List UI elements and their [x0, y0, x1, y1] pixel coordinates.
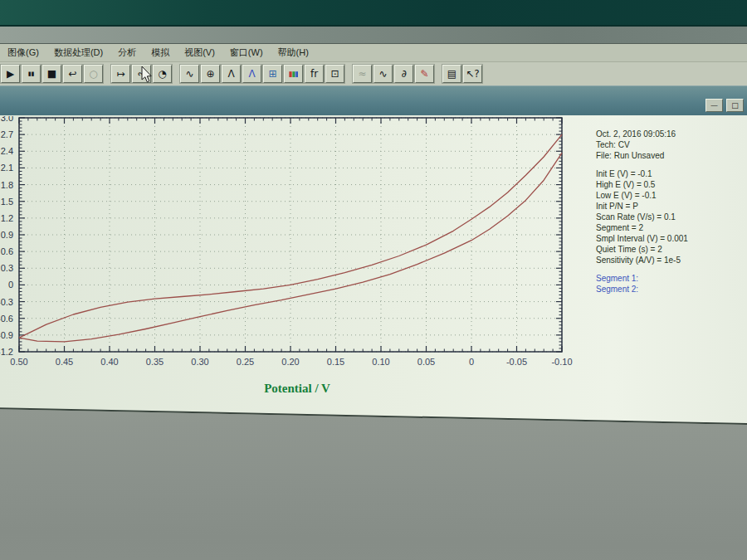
svg-text:1.2: 1.2 — [1, 213, 13, 223]
svg-text:-0.3: -0.3 — [0, 297, 13, 307]
svg-text:-1.2: -1.2 — [0, 347, 13, 357]
param-line: Sensitivity (A/V) = 1e-5 — [596, 255, 747, 265]
menu-graphics[interactable]: 图像(G) — [0, 45, 46, 61]
svg-text:-0.05: -0.05 — [506, 357, 527, 367]
info-line: Tech: CV — [596, 139, 747, 150]
menu-analysis[interactable]: 分析 — [110, 45, 144, 61]
toolbar-separator — [104, 65, 110, 83]
area-below-window — [0, 407, 747, 560]
steady-state-button[interactable]: ↦ — [111, 65, 130, 83]
graph-workspace: 0.500.450.400.350.300.250.200.150.100.05… — [0, 115, 747, 427]
window-frame-band — [0, 27, 747, 44]
param-line: Smpl Interval (V) = 0.001 — [596, 233, 747, 244]
param-line: Quiet Time (s) = 2 — [596, 244, 747, 255]
svg-text:0.20: 0.20 — [281, 357, 299, 367]
run-header: Oct. 2, 2016 09:05:16Tech: CVFile: Run U… — [596, 129, 747, 161]
param-line: Init P/N = P — [596, 201, 747, 212]
segment-results: Segment 1:Segment 2: — [596, 273, 747, 295]
menu-bar: 图像(G)数据处理(D)分析模拟视图(V)窗口(W)帮助(H) — [0, 44, 747, 62]
svg-text:0.35: 0.35 — [146, 357, 164, 367]
annotate-pen-button[interactable]: ✎ — [415, 65, 434, 83]
zoom-button[interactable]: ⊕ — [201, 65, 220, 83]
info-line: Oct. 2, 2016 09:05:16 — [596, 129, 747, 139]
restore-button[interactable]: □ — [726, 99, 744, 112]
screen: 图像(G)数据处理(D)分析模拟视图(V)窗口(W)帮助(H) ▶▮▮■↩○↦∾… — [0, 0, 747, 560]
svg-text:0.30: 0.30 — [191, 357, 208, 367]
data-plot-button[interactable]: ∿ — [180, 65, 199, 83]
smooth-button[interactable]: ≈ — [353, 65, 372, 83]
sine-wave-button[interactable]: ∿ — [374, 65, 393, 83]
info-line: File: Run Unsaved — [596, 150, 747, 161]
monitor-top-bezel — [0, 0, 747, 27]
toolbar-separator — [435, 65, 442, 83]
svg-text:3.0: 3.0 — [1, 116, 13, 123]
svg-text:0: 0 — [8, 280, 13, 290]
param-line: High E (V) = 0.5 — [596, 179, 747, 190]
svg-text:1.5: 1.5 — [1, 197, 13, 207]
context-help-button[interactable]: ↖? — [463, 65, 482, 83]
svg-text:2.1: 2.1 — [1, 163, 13, 173]
svg-text:0.40: 0.40 — [100, 357, 118, 367]
mouse-cursor — [141, 66, 158, 86]
param-line: Scan Rate (V/s) = 0.1 — [596, 212, 747, 222]
peak-definition-button[interactable]: Λ — [242, 65, 261, 83]
color-map-button[interactable]: ▮▮▮ — [284, 65, 303, 83]
reverse-scan-button[interactable]: ↩ — [63, 65, 82, 83]
svg-text:2.4: 2.4 — [1, 146, 13, 156]
parameters-panel: Oct. 2, 2016 09:05:16Tech: CVFile: Run U… — [596, 129, 747, 302]
svg-text:-0.6: -0.6 — [0, 314, 13, 324]
svg-text:1.8: 1.8 — [1, 180, 13, 190]
peak-detect-button[interactable]: Λ — [222, 65, 241, 83]
menu-simulation[interactable]: 模拟 — [144, 45, 177, 61]
run-parameters: Init E (V) = -0.1High E (V) = 0.5Low E (… — [596, 168, 747, 265]
svg-text:0.10: 0.10 — [372, 357, 389, 367]
svg-text:-0.9: -0.9 — [0, 330, 13, 340]
derivative-button[interactable]: ∂ — [394, 65, 413, 83]
menu-window[interactable]: 窗口(W) — [222, 45, 271, 61]
svg-text:0.50: 0.50 — [10, 357, 27, 367]
param-line: Low E (V) = -0.1 — [596, 190, 747, 201]
pause-button[interactable]: ▮▮ — [22, 65, 41, 83]
zero-current-button[interactable]: ○ — [84, 65, 103, 83]
svg-text:0.9: 0.9 — [1, 230, 13, 240]
svg-text:-0.10: -0.10 — [551, 357, 572, 367]
svg-text:0.3: 0.3 — [1, 263, 13, 273]
minimize-button[interactable]: — — [706, 99, 723, 112]
run-button[interactable]: ▶ — [1, 65, 20, 83]
toolbar-separator — [345, 65, 352, 83]
segment-line: Segment 2: — [596, 284, 747, 295]
cv-curve-segment-1 — [19, 134, 562, 338]
svg-text:0.45: 0.45 — [56, 357, 73, 367]
font-button[interactable]: fr — [305, 65, 324, 83]
menu-view[interactable]: 视图(V) — [177, 45, 222, 61]
stop-button[interactable]: ■ — [42, 65, 61, 83]
svg-text:0.6: 0.6 — [1, 246, 13, 256]
toolbar: ▶▮▮■↩○↦∾◔∿⊕ΛΛ⊞▮▮▮fr⊡≈∿∂✎▤↖? — [0, 62, 747, 87]
svg-text:2.7: 2.7 — [1, 129, 13, 139]
svg-text:0: 0 — [469, 357, 474, 367]
overlay-plots-button[interactable]: ⊞ — [263, 65, 282, 83]
param-line: Init E (V) = -0.1 — [596, 168, 747, 179]
svg-text:0.25: 0.25 — [237, 357, 254, 367]
svg-text:0.05: 0.05 — [417, 357, 435, 367]
menu-data-processing[interactable]: 数据处理(D) — [46, 45, 110, 61]
menu-help[interactable]: 帮助(H) — [271, 45, 316, 61]
svg-text:0.15: 0.15 — [327, 357, 344, 367]
graph-window-titlebar: — □ — [0, 85, 747, 119]
toolbar-separator — [173, 65, 179, 83]
x-axis-title: Potential / V — [264, 382, 330, 395]
segment-line: Segment 1: — [596, 273, 747, 284]
copy-to-clipboard-button[interactable]: ⊡ — [325, 65, 344, 83]
param-line: Segment = 2 — [596, 222, 747, 233]
text-report-button[interactable]: ▤ — [442, 65, 461, 83]
